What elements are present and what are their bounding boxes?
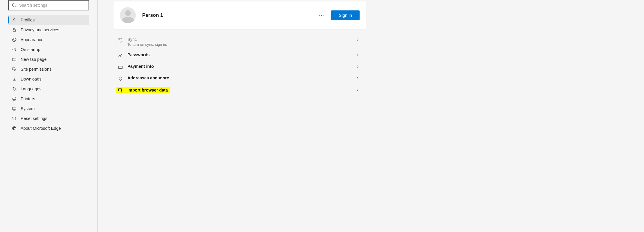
more-icon: ··· <box>319 12 324 18</box>
lock-icon <box>12 28 17 32</box>
svg-point-22 <box>119 55 120 57</box>
sidebar-item-permissions[interactable]: Site permissions <box>8 64 89 74</box>
chevron-right-icon <box>356 52 360 57</box>
edge-icon <box>12 126 17 131</box>
search-box[interactable] <box>8 0 89 10</box>
signin-button[interactable]: Sign in <box>331 10 360 20</box>
row-title: Payment info <box>127 64 356 69</box>
svg-point-4 <box>13 39 13 40</box>
permissions-icon <box>12 67 17 72</box>
sidebar-item-label: About Microsoft Edge <box>17 126 61 131</box>
download-icon <box>12 77 17 81</box>
row-subtitle: To turn on sync, sign in. <box>127 42 356 47</box>
sidebar-item-about[interactable]: About Microsoft Edge <box>8 123 89 133</box>
system-icon <box>12 106 17 111</box>
svg-point-6 <box>15 39 15 39</box>
sidebar-item-label: New tab page <box>17 57 46 62</box>
svg-point-0 <box>12 4 15 6</box>
sidebar-item-startup[interactable]: On startup <box>8 45 89 54</box>
sidebar-item-label: Appearance <box>17 37 43 42</box>
svg-line-1 <box>15 6 16 7</box>
chevron-right-icon <box>356 76 360 80</box>
profile-card: Person 1 ··· Sign in <box>113 1 366 29</box>
svg-rect-19 <box>12 107 16 109</box>
row-import-browser-data[interactable]: Import browser data <box>113 84 366 96</box>
languages-icon <box>12 87 17 92</box>
chevron-right-icon <box>356 37 360 42</box>
printer-icon <box>12 96 17 101</box>
sidebar-item-privacy[interactable]: Privacy and services <box>8 25 89 35</box>
row-sync[interactable]: Sync To turn on sync, sign in. <box>113 34 366 50</box>
svg-point-25 <box>120 78 121 79</box>
sidebar-item-label: Languages <box>17 87 42 91</box>
reset-icon <box>12 116 17 121</box>
profile-name: Person 1 <box>142 12 316 18</box>
sidebar-item-label: Site permissions <box>17 67 51 72</box>
row-title: Passwords <box>127 52 356 57</box>
row-title: Sync <box>127 37 356 42</box>
sidebar-item-reset[interactable]: Reset settings <box>8 114 89 123</box>
chevron-right-icon <box>356 64 360 69</box>
row-title: Addresses and more <box>127 76 356 80</box>
palette-icon <box>12 37 17 42</box>
sidebar-item-label: Downloads <box>17 77 42 81</box>
nav: Profiles Privacy and services Appearance… <box>0 13 97 135</box>
chevron-right-icon <box>356 87 360 92</box>
settings-sidebar: Profiles Privacy and services Appearance… <box>0 0 98 232</box>
sidebar-item-printers[interactable]: Printers <box>8 94 89 104</box>
import-highlight: Import browser data <box>116 87 170 93</box>
sidebar-item-system[interactable]: System <box>8 104 89 114</box>
location-icon <box>116 76 125 81</box>
sidebar-item-label: Profiles <box>17 18 35 22</box>
row-title: Import browser data <box>127 88 168 92</box>
svg-rect-23 <box>118 66 122 69</box>
profile-more-button[interactable]: ··· <box>316 10 327 20</box>
settings-app: Profiles Privacy and services Appearance… <box>0 0 644 232</box>
person-icon <box>12 18 17 23</box>
sidebar-item-label: Reset settings <box>17 116 47 121</box>
power-icon <box>12 47 17 52</box>
sidebar-item-label: On startup <box>17 47 40 52</box>
newtab-icon <box>12 57 17 62</box>
avatar <box>120 7 136 23</box>
svg-point-2 <box>13 18 15 20</box>
svg-rect-3 <box>13 30 15 31</box>
row-passwords[interactable]: Passwords <box>113 50 366 61</box>
sidebar-item-languages[interactable]: Languages <box>8 84 89 94</box>
sidebar-item-downloads[interactable]: Downloads <box>8 74 89 84</box>
card-icon <box>116 64 125 70</box>
sidebar-item-label: Privacy and services <box>17 28 59 32</box>
profile-options: Sync To turn on sync, sign in. Passwords <box>113 34 366 96</box>
svg-rect-18 <box>13 99 15 101</box>
sidebar-item-appearance[interactable]: Appearance <box>8 35 89 45</box>
import-icon <box>116 87 125 93</box>
svg-rect-7 <box>12 58 16 61</box>
sidebar-item-label: Printers <box>17 96 35 101</box>
svg-rect-26 <box>118 89 122 91</box>
row-payment[interactable]: Payment info <box>113 61 366 73</box>
sync-icon <box>116 37 125 43</box>
sidebar-item-profiles[interactable]: Profiles <box>8 15 89 25</box>
search-input[interactable] <box>16 3 89 8</box>
row-addresses[interactable]: Addresses and more <box>113 73 366 84</box>
main-pane: Person 1 ··· Sign in Sync To turn on syn… <box>98 0 644 232</box>
svg-point-5 <box>14 39 14 39</box>
key-icon <box>116 52 125 58</box>
sidebar-item-label: System <box>17 106 35 111</box>
sidebar-item-newtab[interactable]: New tab page <box>8 54 89 64</box>
search-icon <box>12 3 16 8</box>
